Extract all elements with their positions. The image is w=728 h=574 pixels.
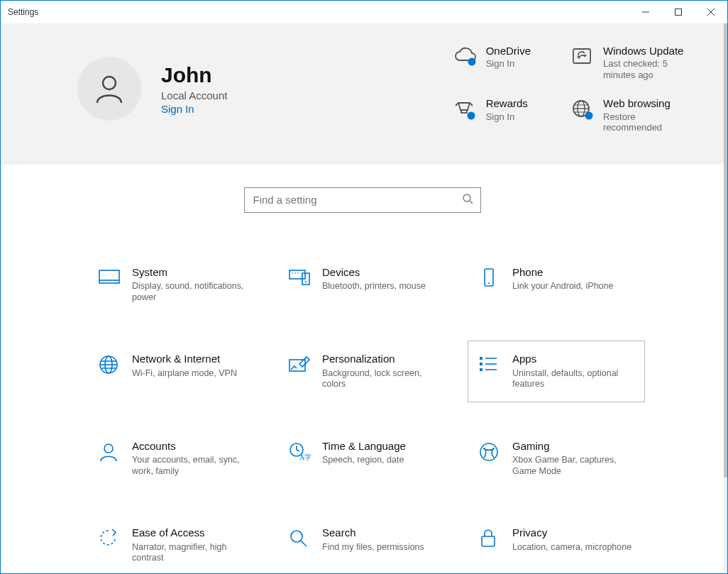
- window-title: Settings: [8, 7, 38, 17]
- maximize-button[interactable]: [662, 1, 695, 23]
- category-title: Ease of Access: [132, 526, 253, 539]
- scrollbar[interactable]: [724, 23, 727, 573]
- category-network[interactable]: Network & Internet Wi-Fi, airplane mode,…: [87, 341, 265, 402]
- svg-point-13: [463, 194, 470, 202]
- svg-point-5: [468, 58, 475, 66]
- close-button[interactable]: [695, 1, 727, 23]
- svg-text:A字: A字: [299, 453, 311, 461]
- category-title: System: [132, 266, 253, 278]
- svg-point-4: [103, 77, 116, 89]
- status-rewards[interactable]: Rewards Sign In: [449, 97, 531, 133]
- globe-icon: [566, 97, 599, 121]
- category-gaming[interactable]: Gaming Xbox Game Bar, captures, Game Mod…: [468, 428, 645, 490]
- svg-point-18: [292, 272, 293, 274]
- category-subtitle: Narrator, magnifier, high contrast: [132, 542, 253, 564]
- category-devices[interactable]: Devices Bluetooth, printers, mouse: [277, 254, 455, 316]
- category-title: Accounts: [132, 440, 253, 452]
- svg-point-38: [480, 443, 497, 460]
- signin-link[interactable]: Sign In: [161, 103, 227, 115]
- account-kind: Local Account: [161, 89, 227, 101]
- category-subtitle: Link your Android, iPhone: [512, 281, 613, 292]
- status-title: Web browsing: [603, 97, 695, 109]
- status-onedrive[interactable]: OneDrive Sign In: [449, 45, 531, 80]
- category-privacy[interactable]: Privacy Location, camera, microphone: [468, 514, 645, 573]
- category-subtitle: Background, lock screen, colors: [322, 368, 443, 390]
- system-icon: [98, 266, 126, 304]
- status-title: Rewards: [486, 97, 528, 109]
- category-subtitle: Display, sound, notifications, power: [132, 281, 253, 303]
- settings-window: Settings: [0, 0, 728, 574]
- account-hero: John Local Account Sign In OneDrive: [1, 23, 724, 165]
- category-subtitle: Wi-Fi, airplane mode, VPN: [132, 368, 237, 380]
- svg-point-8: [467, 112, 475, 120]
- svg-point-39: [291, 531, 302, 542]
- svg-rect-6: [573, 49, 590, 63]
- category-subtitle: Find my files, permissions: [322, 542, 424, 553]
- category-search[interactable]: Search Find my files, permissions: [277, 514, 455, 573]
- status-title: OneDrive: [486, 45, 531, 57]
- privacy-icon: [478, 526, 507, 564]
- cloud-icon: [449, 45, 482, 67]
- category-title: Devices: [322, 266, 426, 278]
- svg-line-40: [301, 541, 307, 546]
- svg-point-35: [104, 444, 113, 453]
- user-icon: [93, 72, 126, 105]
- search-input[interactable]: [252, 193, 462, 206]
- category-apps[interactable]: Apps Uninstall, defaults, optional featu…: [468, 341, 645, 402]
- sync-icon: [566, 45, 599, 67]
- status-windows-update[interactable]: Windows Update Last checked: 5 minutes a…: [566, 45, 695, 80]
- time-language-icon: A字: [288, 440, 316, 478]
- svg-point-24: [488, 282, 490, 284]
- gaming-icon: [478, 440, 507, 478]
- search-box[interactable]: [244, 187, 481, 213]
- category-subtitle: Speech, region, date: [322, 455, 406, 466]
- svg-rect-31: [480, 363, 482, 365]
- svg-rect-15: [99, 270, 119, 283]
- svg-point-12: [585, 112, 593, 120]
- personalization-icon: [288, 353, 316, 390]
- category-subtitle: Xbox Game Bar, captures, Game Mode: [512, 455, 633, 477]
- category-accounts[interactable]: Accounts Your accounts, email, sync, wor…: [87, 428, 265, 490]
- status-subtitle: Last checked: 5 minutes ago: [603, 58, 695, 80]
- accounts-icon: [98, 440, 126, 478]
- category-ease-of-access[interactable]: Ease of Access Narrator, magnifier, high…: [87, 514, 265, 573]
- titlebar: Settings: [1, 1, 727, 23]
- avatar: [77, 57, 141, 121]
- category-title: Search: [322, 526, 424, 539]
- rewards-icon: [449, 97, 482, 121]
- network-icon: [98, 353, 126, 390]
- user-block[interactable]: John Local Account Sign In: [77, 45, 421, 133]
- status-web-browsing[interactable]: Web browsing Restore recommended: [566, 97, 695, 133]
- category-title: Gaming: [512, 440, 633, 452]
- category-system[interactable]: System Display, sound, notifications, po…: [87, 254, 265, 316]
- category-personalization[interactable]: Personalization Background, lock screen,…: [277, 341, 455, 402]
- category-title: Privacy: [512, 526, 632, 539]
- phone-icon: [478, 266, 507, 304]
- category-title: Time & Language: [322, 440, 406, 452]
- category-title: Personalization: [322, 353, 443, 365]
- categories-grid: System Display, sound, notifications, po…: [1, 254, 724, 573]
- svg-point-19: [294, 272, 296, 274]
- category-time-language[interactable]: A字 Time & Language Speech, region, date: [277, 428, 455, 490]
- svg-rect-41: [482, 536, 495, 546]
- window-controls: [629, 1, 727, 23]
- svg-rect-33: [480, 368, 482, 371]
- svg-point-20: [297, 272, 299, 274]
- category-title: Phone: [512, 266, 613, 278]
- category-subtitle: Uninstall, defaults, optional features: [512, 368, 633, 390]
- category-subtitle: Your accounts, email, sync, work, family: [132, 455, 253, 477]
- status-subtitle: Sign In: [486, 58, 531, 70]
- devices-icon: [288, 266, 316, 304]
- status-title: Windows Update: [603, 45, 695, 57]
- search-icon: [462, 193, 473, 207]
- ease-of-access-icon: [98, 526, 126, 564]
- status-subtitle: Sign In: [486, 111, 528, 123]
- svg-point-22: [305, 281, 307, 282]
- category-subtitle: Bluetooth, printers, mouse: [322, 281, 426, 292]
- svg-rect-7: [461, 110, 467, 113]
- scrollbar-thumb[interactable]: [724, 23, 727, 478]
- minimize-button[interactable]: [629, 1, 662, 23]
- svg-line-14: [470, 201, 473, 204]
- apps-icon: [478, 353, 507, 390]
- category-phone[interactable]: Phone Link your Android, iPhone: [468, 254, 645, 316]
